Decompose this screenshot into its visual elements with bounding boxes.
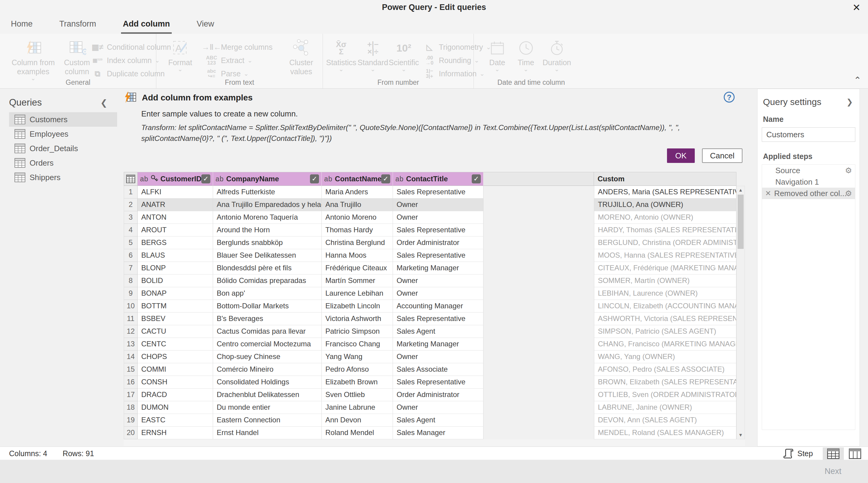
cell-company-name[interactable]: Centro comercial Moctezuma xyxy=(213,338,322,351)
cell-empty[interactable] xyxy=(484,224,594,236)
cell-customer-id[interactable]: ANTON xyxy=(137,211,213,224)
cell-contact-name[interactable]: Patricio Simpson xyxy=(322,325,393,338)
table-row[interactable]: 14CHOPSChop-suey ChineseYang WangOwnerWA… xyxy=(124,351,745,363)
cell-custom[interactable]: DEVON, Ann (SALES AGENT) xyxy=(594,414,736,427)
cell-empty[interactable] xyxy=(484,211,594,224)
row-number-cell[interactable]: 17 xyxy=(124,389,137,401)
cell-contact-name[interactable]: Laurence Lebihan xyxy=(322,287,393,300)
query-list-item[interactable]: Order_Details xyxy=(9,141,117,156)
cell-company-name[interactable]: B's Beverages xyxy=(213,313,322,325)
cell-custom[interactable]: BROWN, Elizabeth (SALES REPRESENTATIVE) xyxy=(594,376,736,389)
cell-contact-name[interactable]: Elizabeth Lincoln xyxy=(322,300,393,313)
cell-contact-name[interactable]: Thomas Hardy xyxy=(322,224,393,236)
cell-contact-title[interactable]: Sales Representative xyxy=(393,224,484,236)
cell-customer-id[interactable]: DRACD xyxy=(137,389,213,401)
row-number-cell[interactable]: 13 xyxy=(124,338,137,351)
row-number-cell[interactable]: 14 xyxy=(124,351,137,363)
statistics-button[interactable]: X̄σΣ Statistics ⌄ xyxy=(326,37,357,72)
row-number-cell[interactable]: 5 xyxy=(124,236,137,249)
cell-customer-id[interactable]: BLONP xyxy=(137,262,213,275)
column-checkbox[interactable]: ✓ xyxy=(310,174,319,184)
query-list-item[interactable]: Employees xyxy=(9,127,117,141)
step-button[interactable]: Step xyxy=(783,447,813,459)
cell-custom[interactable]: CHANG, Francisco (MARKETING MANAGER) xyxy=(594,338,736,351)
table-row[interactable]: 11BSBEVB's BeveragesVictoria AshworthSal… xyxy=(124,313,745,325)
table-row[interactable]: 13CENTCCentro comercial MoctezumaFrancis… xyxy=(124,338,745,351)
cell-empty[interactable] xyxy=(484,338,594,351)
cell-contact-title[interactable]: Sales Agent xyxy=(393,414,484,427)
cell-contact-name[interactable]: Roland Mendel xyxy=(322,427,393,439)
cell-contact-title[interactable]: Marketing Manager xyxy=(393,338,484,351)
query-name-input[interactable] xyxy=(762,127,855,142)
cell-custom[interactable]: OTTLIEB, Sven (ORDER ADMINISTRATOR) xyxy=(594,389,736,401)
cell-custom[interactable]: LEBIHAN, Laurence (OWNER) xyxy=(594,287,736,300)
cell-company-name[interactable]: Cactus Comidas para llevar xyxy=(213,325,322,338)
query-list-item[interactable]: Shippers xyxy=(9,170,117,185)
table-row[interactable]: 19EASTCEastern ConnectionAnn DevonSales … xyxy=(124,414,745,427)
cell-custom[interactable]: ASHWORTH, Victoria (SALES REPRESENTATIVE… xyxy=(594,313,736,325)
table-row[interactable]: 18DUMONDu monde entierJanine LabruneOwne… xyxy=(124,401,745,414)
cell-custom[interactable]: CITEAUX, Frédérique (MARKETING MANAGER) xyxy=(594,262,736,275)
cell-customer-id[interactable]: CHOPS xyxy=(137,351,213,363)
cell-custom[interactable]: MENDEL, Roland (SALES MANAGER) xyxy=(594,427,736,439)
cell-company-name[interactable]: Blondesddsl père et fils xyxy=(213,262,322,275)
tab-add-column[interactable]: Add column xyxy=(121,19,172,34)
cell-custom[interactable]: HARDY, Thomas (SALES REPRESENTATIVE) xyxy=(594,224,736,236)
cell-contact-title[interactable]: Owner xyxy=(393,211,484,224)
cell-company-name[interactable]: Consolidated Holdings xyxy=(213,376,322,389)
cell-contact-title[interactable]: Owner xyxy=(393,401,484,414)
close-icon[interactable]: ✕ xyxy=(850,2,863,13)
cluster-values-button[interactable]: Cluster values xyxy=(283,37,319,77)
table-row[interactable]: 2ANATRAna Trujillo Emparedados y helad..… xyxy=(124,198,745,211)
cell-customer-id[interactable]: DUMON xyxy=(137,401,213,414)
cell-company-name[interactable]: Comércio Mineiro xyxy=(213,363,322,376)
cell-empty[interactable] xyxy=(484,262,594,275)
cell-company-name[interactable]: Berglunds snabbköp xyxy=(213,236,322,249)
cell-empty[interactable] xyxy=(484,198,594,211)
cell-contact-name[interactable]: Martín Sommer xyxy=(322,275,393,287)
time-button[interactable]: Time ⌄ xyxy=(512,37,540,72)
cell-contact-name[interactable]: Frédérique Citeaux xyxy=(322,262,393,275)
cell-contact-title[interactable]: Sales Associate xyxy=(393,363,484,376)
horizontal-scrollbar[interactable] xyxy=(124,439,745,446)
cell-contact-title[interactable]: Accounting Manager xyxy=(393,300,484,313)
row-number-cell[interactable]: 20 xyxy=(124,427,137,439)
column-header-contacttitle[interactable]: ab ContactTitle ✓ xyxy=(393,172,484,186)
table-row[interactable]: 15COMMIComércio MineiroPedro AfonsoSales… xyxy=(124,363,745,376)
cell-empty[interactable] xyxy=(484,186,594,198)
row-number-cell[interactable]: 3 xyxy=(124,211,137,224)
column-checkbox[interactable]: ✓ xyxy=(472,174,481,184)
table-view-toggle[interactable] xyxy=(823,447,844,460)
cell-company-name[interactable]: Chop-suey Chinese xyxy=(213,351,322,363)
cell-company-name[interactable]: Ernst Handel xyxy=(213,427,322,439)
table-corner-button[interactable] xyxy=(124,172,137,186)
cell-company-name[interactable]: Bottom-Dollar Markets xyxy=(213,300,322,313)
row-number-cell[interactable]: 4 xyxy=(124,224,137,236)
cell-custom[interactable]: SIMPSON, Patricio (SALES AGENT) xyxy=(594,325,736,338)
cell-customer-id[interactable]: ERNSH xyxy=(137,427,213,439)
gear-icon[interactable]: ⚙ xyxy=(845,166,852,175)
custom-column-button[interactable]: ⚙ Custom column xyxy=(60,37,94,77)
cell-customer-id[interactable]: ALFKI xyxy=(137,186,213,198)
applied-step-item[interactable]: Navigation 1 xyxy=(762,176,855,188)
column-header-empty[interactable] xyxy=(484,172,594,186)
cell-customer-id[interactable]: AROUT xyxy=(137,224,213,236)
row-number-cell[interactable]: 19 xyxy=(124,414,137,427)
cell-customer-id[interactable]: BSBEV xyxy=(137,313,213,325)
cell-contact-name[interactable]: Maria Anders xyxy=(322,186,393,198)
table-row[interactable]: 20ERNSHErnst HandelRoland MendelSales Ma… xyxy=(124,427,745,439)
gear-icon[interactable]: ⚙ xyxy=(845,189,852,198)
vertical-scrollbar[interactable]: ▲ ▼ xyxy=(736,186,745,439)
table-row[interactable]: 4AROUTAround the HornThomas HardySales R… xyxy=(124,224,745,236)
cell-contact-title[interactable]: Owner xyxy=(393,198,484,211)
table-row[interactable]: 10BOTTMBottom-Dollar MarketsElizabeth Li… xyxy=(124,300,745,313)
help-icon[interactable]: ? xyxy=(724,92,735,103)
cell-empty[interactable] xyxy=(484,351,594,363)
standard-button[interactable]: +|−×|÷ Standard ⌄ xyxy=(357,37,389,72)
cell-custom[interactable]: BERGLUND, Christina (ORDER ADMINISTRAT..… xyxy=(594,236,736,249)
cell-contact-title[interactable]: Owner xyxy=(393,351,484,363)
cell-contact-name[interactable]: Ann Devon xyxy=(322,414,393,427)
cell-contact-name[interactable]: Antonio Moreno xyxy=(322,211,393,224)
row-number-cell[interactable]: 1 xyxy=(124,186,137,198)
cell-customer-id[interactable]: CENTC xyxy=(137,338,213,351)
